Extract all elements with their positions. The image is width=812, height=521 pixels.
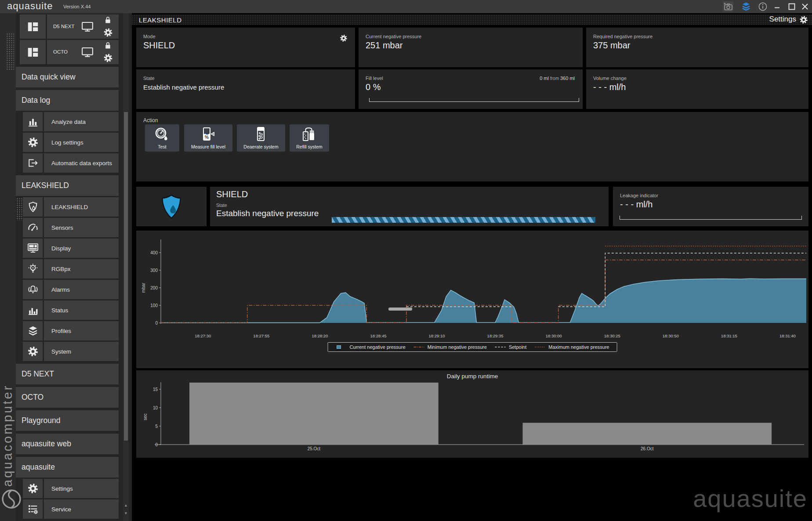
gear-icon[interactable]: [103, 53, 113, 63]
state-value: Establish negative pressure: [143, 83, 224, 91]
sidebar-item-alarms[interactable]: Alarms: [23, 280, 119, 299]
sidebar-section-octo[interactable]: OCTO: [16, 387, 119, 408]
sidebar-section-data-log[interactable]: Data log: [16, 90, 119, 111]
legend-item-minimum-negative-pressure[interactable]: Minimum negative pressure: [410, 344, 491, 350]
page-header: LEAKSHIELD Settings: [132, 14, 812, 25]
current-pressure-card: Current negative pressure 251 mbar: [359, 28, 583, 67]
profiles-layers-icon[interactable]: [741, 1, 751, 12]
gauge-icon: [23, 218, 43, 237]
sidebar-section-playground[interactable]: Playground: [16, 410, 119, 431]
settings-link[interactable]: Settings: [769, 15, 796, 24]
svg-text:400: 400: [150, 250, 158, 255]
legend-item-maximum-negative-pressure[interactable]: Maximum negative pressure: [530, 344, 613, 350]
sidebar-item-status[interactable]: Status: [23, 300, 119, 320]
test-button[interactable]: Test: [145, 124, 179, 152]
refill-system-button[interactable]: Refill system: [290, 124, 329, 152]
dashboard-grid-icon: [20, 14, 46, 39]
item-label: System: [51, 348, 71, 355]
fill-level-detail: 0 mlfrom360 ml: [540, 76, 575, 81]
current-pressure-label: Current negative pressure: [366, 34, 421, 39]
titlebar: aquasuite Version X.44: [0, 0, 812, 13]
item-label: Log settings: [51, 139, 83, 146]
button-label: Test: [145, 144, 179, 149]
sidebar-item-analyze-data[interactable]: Analyze data: [23, 112, 119, 131]
sidebar-item-leakshield[interactable]: LEAKSHIELD: [23, 197, 119, 217]
button-label: Measure fill level: [184, 144, 232, 149]
section-label: D5 NEXT: [22, 369, 54, 379]
item-label: Analyze data: [51, 119, 86, 125]
svg-text:18:27:30: 18:27:30: [195, 333, 211, 338]
action-label: Action: [143, 117, 158, 123]
svg-text:18:27:55: 18:27:55: [253, 333, 269, 338]
sidebar-item-profiles[interactable]: Profiles: [23, 321, 119, 340]
bell-icon: [23, 280, 43, 299]
sidebar-section-leakshield[interactable]: LEAKSHIELD: [16, 175, 119, 196]
item-label: Alarms: [51, 286, 70, 293]
shield-state-label: State: [216, 203, 227, 208]
svg-text:mbar: mbar: [141, 282, 146, 293]
sidebar-device-octo[interactable]: OCTO: [20, 40, 119, 64]
svg-text:%: %: [205, 135, 209, 140]
display-icon: [23, 239, 43, 258]
dots-decoration: [6, 33, 14, 70]
sidebar-section-aquasuite[interactable]: aquasuite: [16, 457, 119, 478]
mode-gear-icon[interactable]: [339, 34, 348, 43]
monitor-icon[interactable]: [81, 46, 94, 59]
sidebar-item-automatic-data-exports[interactable]: Automatic data exports: [23, 153, 119, 173]
scrollbar-thumb[interactable]: [124, 112, 128, 441]
measure-fill-level-button[interactable]: %Measure fill level: [184, 124, 232, 152]
sidebar-item-service[interactable]: Service: [23, 499, 119, 519]
runtime-chart: Daily pump runtime051015sec25.Oct26.Oct: [136, 370, 808, 458]
screenshot-camera-icon[interactable]: [723, 1, 733, 12]
deaerate-icon: [252, 126, 270, 143]
sidebar-section-aquasuite-web[interactable]: aquasuite web: [16, 434, 119, 454]
svg-text:200: 200: [150, 286, 158, 290]
legend-item-setpoint[interactable]: Setpoint: [491, 344, 530, 350]
sidebar-section-data-quick-view[interactable]: Data quick view: [16, 67, 119, 87]
leakage-value: - - - ml/h: [620, 199, 652, 210]
scroll-down-icon[interactable]: ▼: [123, 511, 129, 515]
sidebar: aquacomputer D5 NEXT OCTO Data quick vie…: [0, 13, 132, 521]
sidebar-section-d5-next[interactable]: D5 NEXT: [16, 364, 119, 384]
lock-icon[interactable]: [103, 15, 112, 25]
close-button[interactable]: [800, 1, 810, 12]
info-icon[interactable]: [758, 1, 768, 12]
svg-text:25.Oct: 25.Oct: [308, 446, 321, 451]
item-label: Profiles: [51, 328, 71, 334]
sidebar-item-rgbpx[interactable]: RGBpx: [23, 259, 119, 279]
gear-icon[interactable]: [103, 27, 113, 38]
splitter-handle[interactable]: [388, 308, 412, 311]
svg-text:18:30:25: 18:30:25: [604, 333, 620, 338]
svg-text:18:30:50: 18:30:50: [663, 333, 679, 338]
svg-text:5: 5: [155, 424, 158, 429]
deaerate-system-button[interactable]: Deaerate system: [237, 124, 285, 152]
brand-vertical-text: aquacomputer: [0, 258, 15, 487]
progress-bar: [332, 217, 595, 223]
state-card: State Establish negative pressure: [136, 69, 355, 109]
svg-text:15: 15: [153, 387, 158, 392]
minimize-button[interactable]: [772, 1, 783, 12]
test-icon: [153, 126, 171, 143]
device-label: D5 NEXT: [53, 24, 75, 29]
section-label: aquasuite: [22, 463, 55, 472]
settings-gear-icon[interactable]: [799, 15, 808, 25]
shield-icon: [23, 197, 43, 217]
maximize-button[interactable]: [787, 1, 797, 12]
lock-icon[interactable]: [103, 41, 112, 50]
sidebar-device-d5-next[interactable]: D5 NEXT: [20, 14, 119, 39]
sidebar-item-log-settings[interactable]: Log settings: [23, 133, 119, 152]
sidebar-item-system[interactable]: System: [23, 342, 119, 361]
item-label: Settings: [51, 485, 73, 492]
scroll-up-icon[interactable]: ▲: [123, 503, 129, 507]
legend-item-current-negative-pressure[interactable]: Current negative pressure: [332, 344, 410, 350]
leakage-indicator-card: Leakage indicator - - - ml/h: [613, 187, 808, 226]
volume-change-value: - - - ml/h: [593, 82, 626, 92]
shield-icon: [157, 192, 186, 221]
monitor-icon[interactable]: [81, 20, 94, 33]
device-label: OCTO: [53, 49, 68, 54]
sidebar-item-display[interactable]: Display: [23, 239, 119, 258]
section-label: LEAKSHIELD: [22, 181, 69, 190]
sidebar-scrollbar[interactable]: ▲ ▼: [123, 13, 129, 521]
sidebar-item-settings[interactable]: Settings: [23, 479, 119, 498]
sidebar-item-sensors[interactable]: Sensors: [23, 218, 119, 237]
